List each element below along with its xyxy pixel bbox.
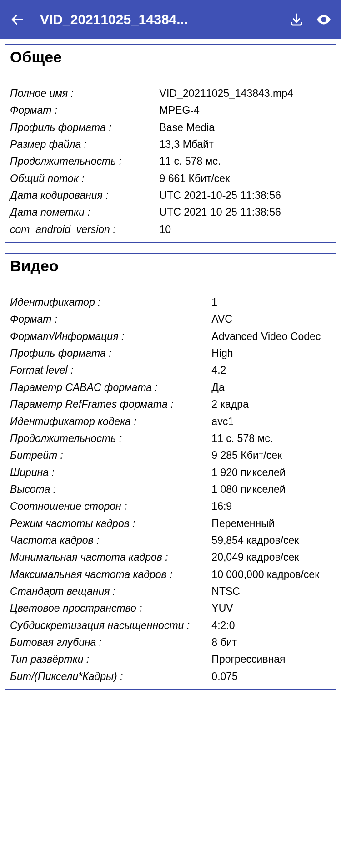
property-table: Полное имя :VID_20211025_143843.mp4Форма… <box>10 85 331 238</box>
property-key: Общий поток : <box>10 170 160 187</box>
property-key: Продолжительность : <box>10 430 211 447</box>
table-row: Format level :4.2 <box>10 362 331 379</box>
table-row: Формат/Информация :Advanced Video Codec <box>10 328 331 345</box>
property-key: Идентификатор : <box>10 294 211 311</box>
property-key: Высота : <box>10 481 211 498</box>
property-key: com_android_version : <box>10 221 160 238</box>
table-row: Частота кадров :59,854 кадров/сек <box>10 532 331 549</box>
property-key: Стандарт вещания : <box>10 583 211 600</box>
table-row: Полное имя :VID_20211025_143843.mp4 <box>10 85 331 102</box>
property-value: avc1 <box>211 413 331 430</box>
property-key: Format level : <box>10 362 211 379</box>
property-key: Дата пометки : <box>10 204 160 221</box>
property-value: Да <box>211 379 331 396</box>
property-value: 59,854 кадров/сек <box>211 532 331 549</box>
back-icon[interactable] <box>9 11 25 28</box>
property-key: Профиль формата : <box>10 119 160 136</box>
table-row: Режим частоты кадров :Переменный <box>10 515 331 532</box>
property-table: Идентификатор :1Формат :AVCФормат/Информ… <box>10 294 331 685</box>
toolbar: VID_20211025_14384... <box>0 0 341 39</box>
section-title: Видео <box>10 257 331 275</box>
property-value: Переменный <box>211 515 331 532</box>
property-key: Битовая глубина : <box>10 634 211 651</box>
table-row: Продолжительность :11 с. 578 мс. <box>10 153 331 170</box>
property-value: 4:2:0 <box>211 617 331 634</box>
property-value: 9 661 Кбит/сек <box>160 170 331 187</box>
property-value: 9 285 Кбит/сек <box>211 447 331 464</box>
property-key: Минимальная частота кадров : <box>10 549 211 566</box>
property-value: 10 000,000 кадров/сек <box>211 566 331 583</box>
property-value: High <box>211 345 331 362</box>
property-key: Бит/(Пиксели*Кадры) : <box>10 668 211 685</box>
property-key: Идентификатор кодека : <box>10 413 211 430</box>
eye-icon[interactable] <box>316 11 332 28</box>
property-value: VID_20211025_143843.mp4 <box>160 85 331 102</box>
property-value: 1 080 пикселей <box>211 481 331 498</box>
table-row: Идентификатор :1 <box>10 294 331 311</box>
table-row: Максимальная частота кадров :10 000,000 … <box>10 566 331 583</box>
property-value: YUV <box>211 600 331 617</box>
table-row: Субдискретизация насыщенности :4:2:0 <box>10 617 331 634</box>
table-row: Стандарт вещания :NTSC <box>10 583 331 600</box>
property-key: Параметр RefFrames формата : <box>10 396 211 413</box>
section-title: Общее <box>10 48 331 66</box>
section-1: ВидеоИдентификатор :1Формат :AVCФормат/И… <box>5 253 336 690</box>
table-row: Формат :AVC <box>10 311 331 328</box>
svg-point-1 <box>322 18 325 21</box>
property-value: 1 920 пикселей <box>211 464 331 481</box>
property-value: Прогрессивная <box>211 651 331 668</box>
property-key: Полное имя : <box>10 85 160 102</box>
table-row: Формат :MPEG-4 <box>10 102 331 119</box>
property-key: Частота кадров : <box>10 532 211 549</box>
property-key: Битрейт : <box>10 447 211 464</box>
table-row: Дата пометки :UTC 2021-10-25 11:38:56 <box>10 204 331 221</box>
property-value: Base Media <box>160 119 331 136</box>
property-value: 11 с. 578 мс. <box>160 153 331 170</box>
property-key: Формат/Информация : <box>10 328 211 345</box>
property-value: UTC 2021-10-25 11:38:56 <box>160 187 331 204</box>
property-key: Режим частоты кадров : <box>10 515 211 532</box>
property-key: Субдискретизация насыщенности : <box>10 617 211 634</box>
property-value: NTSC <box>211 583 331 600</box>
table-row: Параметр RefFrames формата :2 кадра <box>10 396 331 413</box>
property-value: 11 с. 578 мс. <box>211 430 331 447</box>
property-key: Профиль формата : <box>10 345 211 362</box>
table-row: Цветовое пространство :YUV <box>10 600 331 617</box>
property-value: 10 <box>160 221 331 238</box>
property-value: 1 <box>211 294 331 311</box>
property-key: Продолжительность : <box>10 153 160 170</box>
section-0: ОбщееПолное имя :VID_20211025_143843.mp4… <box>5 44 336 243</box>
property-value: MPEG-4 <box>160 102 331 119</box>
property-key: Соотношение сторон : <box>10 498 211 515</box>
property-value: 2 кадра <box>211 396 331 413</box>
property-value: AVC <box>211 311 331 328</box>
table-row: Размер файла :13,3 Мбайт <box>10 136 331 153</box>
table-row: Профиль формата :High <box>10 345 331 362</box>
table-row: com_android_version :10 <box>10 221 331 238</box>
property-value: UTC 2021-10-25 11:38:56 <box>160 204 331 221</box>
property-key: Формат : <box>10 102 160 119</box>
property-key: Тип развёртки : <box>10 651 211 668</box>
table-row: Общий поток :9 661 Кбит/сек <box>10 170 331 187</box>
table-row: Высота :1 080 пикселей <box>10 481 331 498</box>
property-value: 0.075 <box>211 668 331 685</box>
property-value: Advanced Video Codec <box>211 328 331 345</box>
table-row: Бит/(Пиксели*Кадры) :0.075 <box>10 668 331 685</box>
property-key: Ширина : <box>10 464 211 481</box>
table-row: Продолжительность :11 с. 578 мс. <box>10 430 331 447</box>
download-icon[interactable] <box>288 11 305 28</box>
property-value: 4.2 <box>211 362 331 379</box>
property-key: Цветовое пространство : <box>10 600 211 617</box>
table-row: Профиль формата :Base Media <box>10 119 331 136</box>
property-value: 16:9 <box>211 498 331 515</box>
property-value: 8 бит <box>211 634 331 651</box>
page-title: VID_20211025_14384... <box>40 12 277 27</box>
table-row: Идентификатор кодека :avc1 <box>10 413 331 430</box>
property-key: Максимальная частота кадров : <box>10 566 211 583</box>
table-row: Дата кодирования :UTC 2021-10-25 11:38:5… <box>10 187 331 204</box>
property-key: Размер файла : <box>10 136 160 153</box>
table-row: Параметр CABAC формата :Да <box>10 379 331 396</box>
table-row: Ширина :1 920 пикселей <box>10 464 331 481</box>
property-key: Формат : <box>10 311 211 328</box>
table-row: Тип развёртки :Прогрессивная <box>10 651 331 668</box>
